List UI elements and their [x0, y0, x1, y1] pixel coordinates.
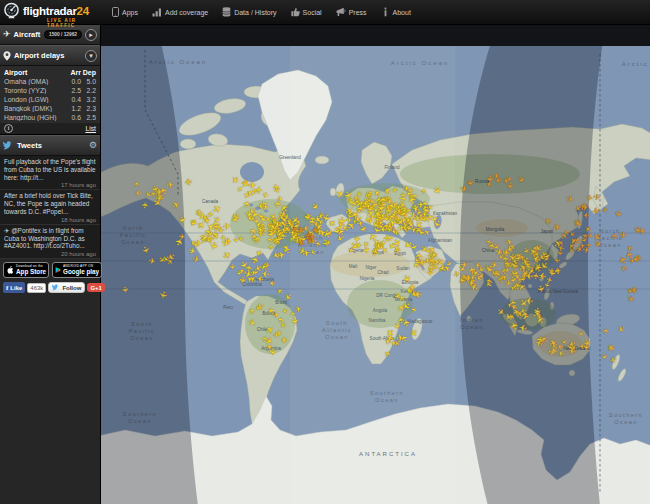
- aircraft-marker[interactable]: ✈: [244, 208, 253, 220]
- app-store-badge[interactable]: Download on the App Store: [3, 262, 49, 278]
- google-play-icon: [55, 265, 61, 275]
- airport-delays-table: Airport Arr Dep Omaha (OMA)0.05.0Toronto…: [0, 66, 100, 123]
- aircraft-marker[interactable]: ✈: [252, 235, 262, 242]
- menu-item-data-history[interactable]: Data / History: [222, 7, 276, 17]
- aircraft-marker[interactable]: ✈: [376, 204, 388, 213]
- aircraft-marker[interactable]: ✈: [602, 206, 609, 216]
- aircraft-marker[interactable]: ✈: [430, 185, 443, 197]
- phone-icon: [112, 7, 119, 17]
- aircraft-marker[interactable]: ✈: [119, 286, 130, 295]
- aircraft-marker[interactable]: ✈: [581, 202, 589, 213]
- table-row[interactable]: Bangkok (DMK)1.22.3: [4, 104, 96, 113]
- aircraft-marker[interactable]: ✈: [553, 255, 560, 265]
- world-map[interactable]: Arctic OceanArctic OceanArctic OceanNort…: [100, 24, 650, 504]
- aircraft-marker[interactable]: ✈: [425, 270, 434, 277]
- aircraft-marker[interactable]: ✈: [464, 273, 472, 283]
- aircraft-marker[interactable]: ✈: [157, 290, 170, 301]
- aircraft-marker[interactable]: ✈: [139, 245, 152, 256]
- airport-delays-collapse-button[interactable]: ▾: [85, 50, 97, 62]
- delays-list-link[interactable]: List: [85, 125, 96, 132]
- aircraft-marker[interactable]: ✈: [183, 176, 193, 188]
- table-row[interactable]: Hangzhou (HGH)0.62.5: [4, 113, 96, 122]
- table-row[interactable]: Toronto (YYZ)2.52.2: [4, 86, 96, 95]
- aircraft-marker[interactable]: ✈: [191, 252, 202, 265]
- twitter-follow-button[interactable]: Follow: [48, 282, 85, 293]
- aircraft-marker[interactable]: ✈: [178, 231, 186, 241]
- flightradar24-logo[interactable]: flightradar24 LIVE AIR TRAFFIC: [3, 2, 89, 19]
- aircraft-marker[interactable]: ✈: [268, 278, 275, 288]
- facebook-like-button[interactable]: f Like: [3, 282, 25, 293]
- aircraft-marker[interactable]: ✈: [615, 323, 627, 335]
- aircraft-marker[interactable]: ✈: [518, 322, 528, 334]
- aircraft-marker[interactable]: ✈: [565, 193, 575, 205]
- aircraft-marker[interactable]: ✈: [568, 346, 577, 357]
- aircraft-marker[interactable]: ✈: [140, 201, 150, 209]
- menu-item-press[interactable]: Press: [336, 7, 367, 17]
- aircraft-marker[interactable]: ✈: [591, 204, 602, 217]
- tweet-item[interactable]: After a brief hold over Tick Bite, NC, t…: [0, 190, 100, 224]
- aircraft-marker[interactable]: ✈: [464, 179, 474, 187]
- aircraft-marker[interactable]: ✈: [148, 256, 157, 267]
- aircraft-marker[interactable]: ✈: [228, 264, 237, 270]
- aircraft-marker[interactable]: ✈: [601, 327, 611, 335]
- facebook-like-count: 463k: [27, 283, 46, 293]
- aircraft-marker[interactable]: ✈: [379, 224, 387, 234]
- aircraft-marker[interactable]: ✈: [583, 193, 593, 202]
- menu-item-about[interactable]: About: [381, 7, 411, 17]
- aircraft-marker[interactable]: ✈: [280, 334, 288, 345]
- airport-delays-panel-header[interactable]: Airport delays ▾: [0, 45, 100, 66]
- tweet-timestamp: 17 hours ago: [4, 182, 96, 188]
- google-plus-one-button[interactable]: G+1: [87, 283, 105, 292]
- radar-icon: [3, 2, 20, 19]
- aircraft-marker[interactable]: ✈: [288, 310, 298, 318]
- top-navigation-bar: flightradar24 LIVE AIR TRAFFIC Apps Add …: [0, 0, 650, 25]
- aircraft-marker[interactable]: ✈: [419, 187, 429, 195]
- aircraft-marker[interactable]: ✈: [221, 248, 234, 262]
- tweet-item[interactable]: Full playback of the Pope's flight from …: [0, 156, 100, 190]
- aircraft-marker[interactable]: ✈: [483, 238, 493, 247]
- aircraft-marker[interactable]: ✈: [537, 270, 546, 282]
- table-row[interactable]: Omaha (OMA)0.05.0: [4, 77, 96, 86]
- aircraft-marker[interactable]: ✈: [618, 229, 628, 241]
- info-circle-icon[interactable]: i: [4, 124, 13, 133]
- aircraft-marker[interactable]: ✈: [132, 181, 141, 187]
- aircraft-marker[interactable]: ✈: [272, 199, 283, 209]
- aircraft-marker[interactable]: ✈: [257, 201, 266, 212]
- aircraft-marker[interactable]: ✈: [576, 330, 585, 338]
- aircraft-marker[interactable]: ✈: [346, 215, 353, 224]
- aircraft-marker[interactable]: ✈: [460, 260, 468, 271]
- aircraft-expand-button[interactable]: ▸: [85, 29, 97, 41]
- tweet-item[interactable]: ✈ @Pontifex is in flight from Cuba to Wa…: [0, 225, 100, 259]
- google-play-badge[interactable]: ANDROID APP ON Google play: [52, 262, 102, 278]
- tweets-settings-gear-icon[interactable]: ⚙: [89, 141, 97, 150]
- aircraft-marker[interactable]: ✈: [247, 316, 259, 328]
- delays-table-footer: i List: [0, 123, 100, 135]
- aircraft-marker[interactable]: ✈: [378, 196, 388, 204]
- aircraft-panel-title: Aircraft: [14, 30, 41, 39]
- menu-item-apps[interactable]: Apps: [112, 7, 138, 17]
- aircraft-marker[interactable]: ✈: [503, 265, 510, 275]
- menu-item-social[interactable]: Social: [291, 7, 322, 17]
- menu-item-add-coverage[interactable]: Add coverage: [152, 7, 208, 17]
- aircraft-marker[interactable]: ✈: [612, 209, 623, 218]
- aircraft-marker[interactable]: ✈: [282, 291, 294, 303]
- aircraft-marker[interactable]: ✈: [515, 175, 526, 186]
- aircraft-marker[interactable]: ✈: [383, 349, 394, 359]
- delays-table-header: Airport Arr Dep: [4, 68, 96, 77]
- aircraft-marker[interactable]: ✈: [399, 318, 412, 329]
- tweet-text: After a brief hold over Tick Bite, NC, t…: [4, 192, 96, 215]
- aircraft-marker[interactable]: ✈: [256, 211, 267, 219]
- aircraft-marker[interactable]: ✈: [135, 188, 141, 197]
- aircraft-marker[interactable]: ✈: [260, 190, 271, 199]
- aircraft-marker[interactable]: ✈: [495, 175, 502, 184]
- aircraft-marker[interactable]: ✈: [392, 186, 399, 195]
- aircraft-marker[interactable]: ✈: [578, 342, 585, 351]
- aircraft-marker[interactable]: ✈: [408, 305, 419, 315]
- aircraft-marker[interactable]: ✈: [608, 355, 618, 367]
- table-row[interactable]: London (LGW)0.43.2: [4, 95, 96, 104]
- aircraft-marker[interactable]: ✈: [170, 199, 182, 212]
- aircraft-marker[interactable]: ✈: [398, 192, 407, 198]
- aircraft-marker[interactable]: ✈: [418, 256, 426, 266]
- map-pin-icon: [3, 51, 11, 61]
- tweets-panel-header[interactable]: Tweets ⚙: [0, 135, 100, 156]
